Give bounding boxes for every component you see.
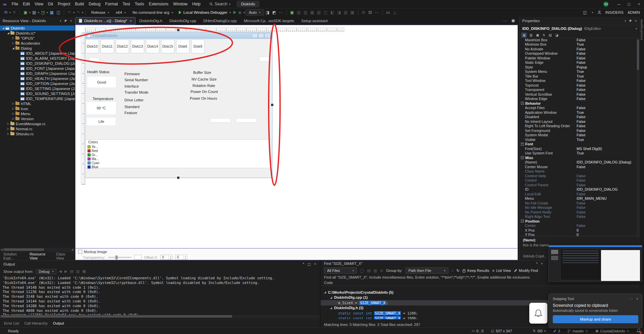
property-row[interactable]: Use System FontTrue: [520, 151, 636, 156]
chevron-down-icon[interactable]: ▾: [636, 27, 637, 30]
twisty-icon[interactable]: ▷: [6, 132, 10, 135]
attach-process-icon[interactable]: ◨: [265, 10, 271, 15]
disk-button[interactable]: Disk12: [116, 39, 129, 53]
edit-control[interactable]: [236, 118, 257, 123]
horizontal-scrollbar[interactable]: [0, 315, 320, 318]
events-icon[interactable]: ↯: [542, 33, 546, 37]
property-row[interactable]: No Fail CreateFalse: [520, 201, 636, 205]
property-row[interactable]: No Parent NotifyFalse: [520, 210, 636, 214]
messages-icon[interactable]: ▤: [548, 33, 552, 37]
properties-icon[interactable]: ▣: [535, 33, 540, 37]
editor-tab[interactable]: DiskInfo.rc ...n)] - Dialog*×: [75, 17, 136, 25]
menu-project[interactable]: Project: [55, 2, 72, 6]
tree-item[interactable]: ▷Normal.rc: [0, 126, 75, 131]
property-row[interactable]: Context HelpFalse: [520, 174, 636, 178]
live-share-icon[interactable]: ◫: [582, 10, 588, 15]
resize-handle-bottom[interactable]: [177, 176, 180, 179]
property-row[interactable]: System MenuTrue: [520, 69, 636, 74]
menu-view[interactable]: View: [32, 2, 46, 6]
mockup-image-checkbox[interactable]: [78, 250, 82, 254]
tab-solution-explorer[interactable]: Solution Expl...: [3, 252, 24, 260]
property-row[interactable]: VisibleTrue: [520, 137, 636, 142]
insiders-label[interactable]: INSIDERS: [605, 10, 624, 14]
minimize-button[interactable]: —: [614, 0, 624, 8]
transparency-slider[interactable]: [108, 257, 131, 258]
platform-dropdown[interactable]: x64▾: [113, 10, 129, 15]
editor-tab[interactable]: DHtmlDialogEx.cpp: [200, 17, 240, 25]
categorized-icon[interactable]: ▦: [522, 33, 527, 37]
tree-item[interactable]: ▷Version: [0, 116, 75, 121]
disk-button[interactable]: Disk14: [146, 39, 159, 53]
twisty-icon[interactable]: ◢: [1, 27, 5, 30]
search-input[interactable]: Search ▾: [206, 1, 233, 7]
markup-and-share-button[interactable]: Markup and share: [553, 315, 638, 323]
twisty-icon[interactable]: ◢: [330, 306, 334, 309]
property-row[interactable]: ControlFalse: [520, 178, 636, 183]
temperature-value[interactable]: 99 °C: [86, 101, 116, 115]
property-row[interactable]: No ActivateFalse: [520, 47, 636, 51]
dialog-preview[interactable]: CrystalDiskInfo ▫ ▫ × Disk10Disk11Disk12…: [85, 32, 272, 178]
resize-handle-right[interactable]: [271, 103, 274, 106]
tree-item[interactable]: IDD_GRAPH [Japanese (Japan)]: [0, 71, 75, 76]
life-value[interactable]: Life: [87, 117, 116, 126]
editor-tab[interactable]: Setup assistant: [298, 17, 331, 25]
toggle-autoscroll-icon[interactable]: ▦: [82, 269, 86, 274]
property-row[interactable]: Overlapped WindowFalse: [520, 51, 636, 56]
property-section[interactable]: −Font: [520, 142, 636, 147]
tab-resource-view[interactable]: Resource View: [30, 252, 51, 260]
save-all-icon[interactable]: ▦: [49, 10, 55, 15]
property-row[interactable]: MenuIDR_MAIN_MENU: [520, 196, 636, 201]
tree-item[interactable]: ◢Dialog: [0, 46, 75, 51]
tree-item[interactable]: IDD_ALARM_HISTORY [Japanese (Ja: [0, 56, 75, 61]
property-row[interactable]: TopmostFalse: [520, 83, 636, 88]
tree-item[interactable]: IDD_HEALTH [Japanese (Japan)]: [0, 76, 75, 81]
new-project-icon[interactable]: ▣: [22, 10, 29, 15]
editor-tab[interactable]: DiskInfoDlg.h: [136, 17, 165, 25]
tree-item[interactable]: IDD_DISKINFO_DIALOG [Japanese (: [0, 61, 75, 66]
git-sync-status[interactable]: ⇅ 0/0 ▾: [533, 329, 546, 333]
refresh-icon[interactable]: ↻: [457, 269, 460, 273]
navigate-back-icon[interactable]: ⟲: [3, 10, 9, 15]
restore-icon[interactable]: ◻: [308, 262, 311, 267]
more-tabs-icon[interactable]: ···: [503, 18, 507, 23]
property-row[interactable]: Palette WindowFalse: [520, 56, 636, 60]
menu-edit[interactable]: Edit: [20, 2, 32, 6]
property-row[interactable]: Right Align TextFalse: [520, 214, 636, 219]
property-row[interactable]: Tool WindowFalse: [520, 79, 636, 83]
disk-button[interactable]: Disk9: [191, 39, 205, 53]
property-row[interactable]: (Name)IDD_DISKINFO_DIALOG (Dialog): [520, 160, 636, 165]
tree-item[interactable]: IDD_FONT [Japanese (Japan)]: [0, 66, 75, 71]
tree-item[interactable]: ▷HTML: [0, 101, 75, 106]
save-all-alt-icon[interactable]: ◫: [55, 10, 61, 15]
maximize-button[interactable]: ▢: [624, 0, 634, 8]
menu-build[interactable]: Build: [73, 2, 87, 6]
scrollbar-thumb[interactable]: [1, 315, 232, 318]
notification-bubble[interactable]: [529, 303, 547, 324]
scrollbar-thumb[interactable]: [4, 248, 44, 251]
snipping-tool-toast[interactable]: Snipping Tool ··· × Screenshot copied to…: [548, 293, 643, 328]
edit-control[interactable]: [210, 118, 231, 123]
output-source-dropdown[interactable]: Debug▾: [36, 269, 56, 274]
twisty-icon[interactable]: ◢: [324, 291, 328, 294]
twisty-icon[interactable]: ◢: [11, 47, 15, 50]
tab-error-list[interactable]: Error List: [4, 321, 19, 325]
chevron-down-icon[interactable]: ▾: [38, 11, 39, 14]
quick-actions-icon[interactable]: ◩: [271, 10, 277, 15]
start-debugging-button[interactable]: Local Windows Debugger ▾: [177, 10, 233, 14]
chevron-down-icon[interactable]: ▾: [47, 11, 48, 14]
more-commands-icon[interactable]: ···: [374, 10, 380, 15]
chevron-down-icon[interactable]: ▾: [29, 11, 31, 14]
pin-icon[interactable]: [629, 19, 632, 22]
tab-output[interactable]: Output: [53, 321, 64, 325]
twisty-icon[interactable]: ▷: [11, 107, 15, 110]
menu-extensions[interactable]: Extensions: [147, 2, 171, 6]
collapse-icon[interactable]: −: [521, 143, 524, 146]
pending-changes[interactable]: 3: [553, 329, 560, 333]
tree-item[interactable]: ▷Shizuku.rc: [0, 131, 75, 136]
close-icon[interactable]: ×: [314, 262, 316, 267]
list-view-button[interactable]: ≡List View: [492, 269, 511, 273]
group-by-dropdown[interactable]: Path then File▾: [406, 268, 448, 274]
spin-down-icon[interactable]: ▼: [170, 257, 171, 259]
property-row[interactable]: Font(Size)MS Shell Dlg(8): [520, 146, 636, 151]
menu-file[interactable]: File: [9, 2, 20, 6]
